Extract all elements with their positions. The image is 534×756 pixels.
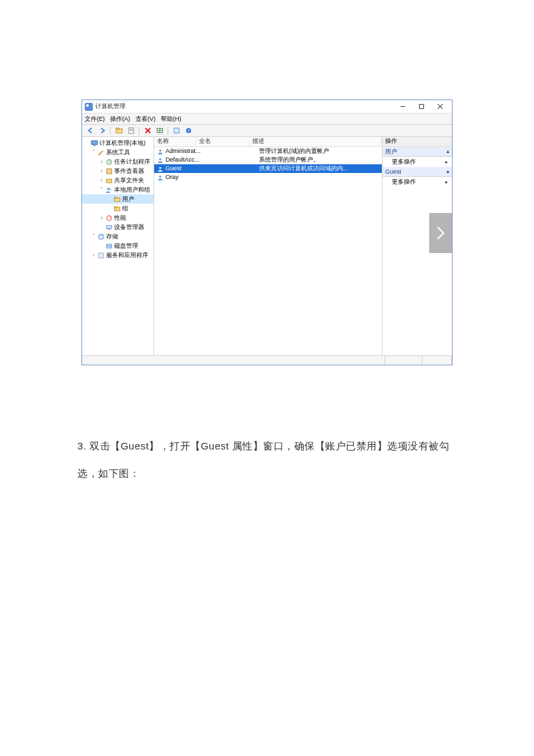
list-pane[interactable]: 名称 全名 描述 Administrat... 管理计算机(域)的内置帐户 De…: [154, 137, 382, 355]
user-icon: [156, 165, 164, 173]
close-button[interactable]: [431, 102, 449, 112]
storage-icon: [97, 232, 105, 240]
tree-users[interactable]: 用户: [82, 194, 154, 204]
svg-point-22: [109, 188, 111, 190]
menubar: 文件(E) 操作(A) 查看(V) 帮助(H): [82, 114, 452, 125]
svg-rect-19: [106, 168, 111, 173]
svg-rect-28: [106, 225, 111, 228]
back-button[interactable]: [85, 126, 95, 136]
tree-system-tools[interactable]: ˅ 系统工具: [82, 148, 154, 157]
window-title: 计算机管理: [95, 103, 393, 110]
chevron-right-icon: ▸: [445, 179, 448, 186]
col-fullname[interactable]: 全名: [196, 137, 250, 146]
toolbar-separator: [139, 127, 140, 135]
titlebar: 计算机管理: [82, 100, 452, 114]
delete-button[interactable]: [142, 126, 153, 136]
disk-icon: [105, 242, 113, 250]
list-row-defaultaccount[interactable]: DefaultAcc... 系统管理的用户帐户。: [154, 156, 382, 164]
tree-services-apps[interactable]: › 服务和应用程序: [82, 250, 154, 260]
toolbar: ?: [82, 125, 452, 137]
expander-icon[interactable]: ˅: [90, 150, 97, 156]
minimize-button[interactable]: [393, 102, 412, 112]
help-button[interactable]: ?: [183, 126, 194, 136]
user-icon: [156, 174, 164, 182]
status-cell: [423, 356, 452, 365]
svg-rect-24: [114, 197, 117, 198]
col-name[interactable]: 名称: [154, 137, 196, 146]
export-button[interactable]: [154, 126, 165, 136]
tree-performance[interactable]: › 性能: [82, 213, 154, 222]
list-header[interactable]: 名称 全名 描述: [154, 137, 382, 147]
svg-rect-12: [174, 128, 178, 133]
tree-groups[interactable]: 组: [82, 204, 154, 213]
collapse-icon: ▴: [447, 148, 449, 155]
col-desc[interactable]: 描述: [250, 137, 382, 146]
svg-point-36: [159, 166, 161, 168]
tree-task-scheduler[interactable]: › 任务计划程序: [82, 157, 154, 166]
up-button[interactable]: [113, 126, 124, 136]
actions-more-1[interactable]: 更多操作 ▸: [382, 157, 452, 167]
tree-disk-management[interactable]: 磁盘管理: [82, 241, 154, 250]
tools-icon: [97, 148, 105, 156]
toolbar-separator: [168, 127, 168, 135]
tree-root[interactable]: 计算机管理(本地): [82, 138, 154, 148]
menu-action[interactable]: 操作(A): [110, 116, 130, 123]
svg-point-17: [98, 153, 100, 155]
status-cell: [385, 356, 423, 365]
list-row-oray[interactable]: Oray: [154, 173, 382, 182]
actions-more-2[interactable]: 更多操作 ▸: [382, 177, 452, 187]
svg-point-34: [159, 149, 161, 151]
folder-icon: [113, 195, 121, 203]
expander-icon[interactable]: ›: [98, 215, 105, 221]
tree-shared-folders[interactable]: › 共享文件夹: [82, 176, 154, 185]
services-icon: [97, 251, 105, 259]
status-bar: [82, 355, 452, 365]
menu-help[interactable]: 帮助(H): [161, 116, 182, 123]
tree-device-manager[interactable]: 设备管理器: [82, 222, 154, 232]
refresh-button[interactable]: [171, 126, 182, 136]
svg-point-37: [159, 175, 161, 177]
svg-rect-5: [115, 128, 119, 130]
expander-icon[interactable]: ˅: [98, 187, 105, 193]
expander-icon[interactable]: ›: [98, 168, 105, 174]
device-icon: [105, 223, 113, 231]
user-icon: [156, 156, 164, 164]
computer-management-window: 计算机管理 文件(E) 操作(A) 查看(V) 帮助(H) ?: [81, 100, 453, 365]
tree-storage[interactable]: ˅ 存储: [82, 232, 154, 241]
expander-icon[interactable]: ˅: [90, 234, 97, 240]
event-icon: [105, 167, 113, 175]
instruction-paragraph: 3. 双击【Guest】，打开【Guest 属性】窗口，确保【账户已禁用】选项没…: [77, 433, 458, 487]
properties-button[interactable]: [125, 126, 136, 136]
user-icon: [156, 148, 164, 156]
expander-icon[interactable]: ›: [98, 178, 105, 184]
svg-point-35: [159, 158, 161, 160]
list-row-administrator[interactable]: Administrat... 管理计算机(域)的内置帐户: [154, 147, 382, 156]
actions-section-users[interactable]: 用户 ▴: [382, 147, 452, 157]
toolbar-separator: [110, 127, 111, 135]
actions-section-guest[interactable]: Guest ▴: [382, 167, 452, 177]
folder-icon: [113, 204, 121, 212]
svg-rect-20: [106, 179, 111, 183]
svg-rect-29: [107, 229, 110, 230]
expander-icon[interactable]: ›: [98, 159, 105, 165]
list-row-guest[interactable]: Guest 供来宾访问计算机或访问域的内...: [154, 164, 382, 173]
svg-point-21: [107, 187, 109, 190]
tree-local-users-groups[interactable]: ˅ 本地用户和组: [82, 185, 154, 194]
app-icon: [85, 103, 93, 111]
tree-pane[interactable]: 计算机管理(本地) ˅ 系统工具 › 任务计划程序 › 事件查看器: [82, 137, 154, 355]
svg-rect-26: [114, 206, 117, 208]
chevron-right-icon: ▸: [445, 159, 448, 166]
forward-button[interactable]: [97, 126, 107, 136]
share-icon: [105, 176, 113, 184]
menu-view[interactable]: 查看(V): [136, 116, 156, 123]
collapse-icon: ▴: [447, 168, 449, 175]
actions-header: 操作: [382, 137, 452, 147]
maximize-button[interactable]: [412, 102, 431, 112]
tree-event-viewer[interactable]: › 事件查看器: [82, 166, 154, 176]
expander-icon[interactable]: ›: [90, 252, 97, 258]
users-icon: [105, 186, 113, 194]
svg-text:?: ?: [187, 129, 189, 133]
menu-file[interactable]: 文件(E): [85, 116, 105, 123]
next-page-button[interactable]: [429, 213, 452, 253]
status-cell: [82, 356, 385, 365]
